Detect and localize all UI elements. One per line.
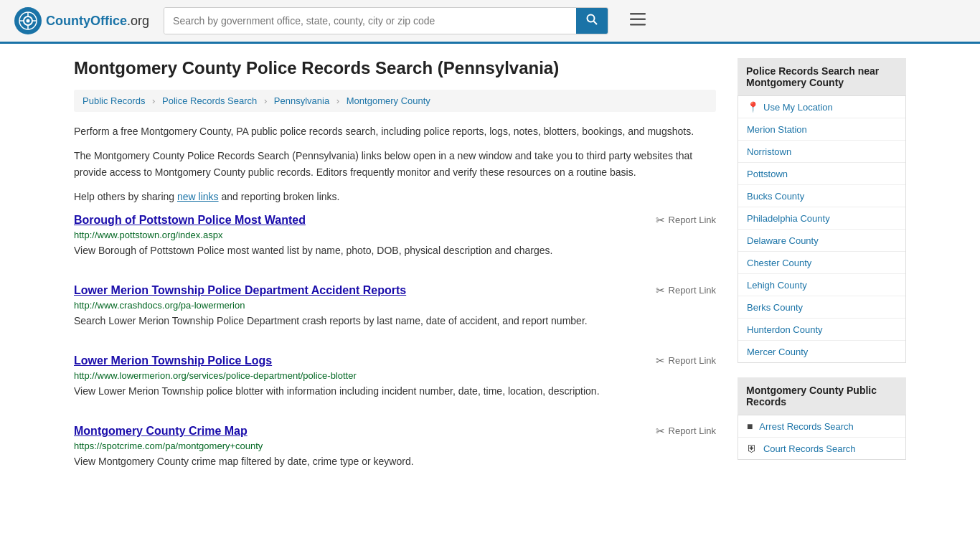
svg-line-8 (594, 22, 598, 25)
record-url: https://spotcrime.com/pa/montgomery+coun… (74, 441, 716, 451)
record-description: View Lower Merion Township police blotte… (74, 384, 716, 399)
svg-point-2 (27, 19, 30, 23)
report-icon: ✂ (656, 214, 665, 227)
new-links-link[interactable]: new links (177, 191, 219, 202)
record-url: http://www.lowermerion.org/services/poli… (74, 370, 716, 381)
record-description: Search Lower Merion Township Police Depa… (74, 314, 716, 329)
public-records-item[interactable]: ■ Arrest Records Search (738, 415, 905, 438)
hamburger-menu[interactable] (630, 11, 646, 30)
record-title-link[interactable]: Lower Merion Township Police Department … (74, 284, 406, 297)
search-button[interactable] (576, 8, 608, 34)
menu-icon (630, 13, 646, 26)
svg-rect-9 (630, 13, 646, 15)
site-header: CountyOffice.org (0, 0, 980, 44)
nearby-list: 📍 Use My Location Merion Station Norrist… (738, 96, 906, 363)
svg-rect-11 (630, 24, 646, 26)
nearby-list-item[interactable]: Delaware County (738, 230, 905, 252)
public-records-title: Montgomery County Public Records (738, 377, 906, 415)
record-item: Borough of Pottstown Police Most Wanted … (74, 214, 716, 265)
record-description: View Borough of Pottstown Police most wa… (74, 243, 716, 258)
court-icon: ⛨ (747, 443, 757, 454)
report-link-button[interactable]: ✂ Report Link (656, 214, 716, 227)
record-item: Lower Merion Township Police Logs ✂ Repo… (74, 354, 716, 406)
nearby-list-item[interactable]: Lehigh County (738, 274, 905, 296)
search-input[interactable] (164, 8, 576, 34)
breadcrumb-police-records-search[interactable]: Police Records Search (162, 95, 257, 106)
arrest-icon: ■ (747, 420, 753, 432)
logo-icon (14, 7, 42, 34)
sidebar: Police Records Search near Montgomery Co… (738, 58, 906, 495)
logo-text: CountyOffice.org (46, 14, 149, 29)
records-list: Borough of Pottstown Police Most Wanted … (74, 214, 716, 476)
report-icon: ✂ (656, 284, 665, 297)
description-para1: Perform a free Montgomery County, PA pub… (74, 123, 716, 139)
record-item: Lower Merion Township Police Department … (74, 284, 716, 336)
report-link-button[interactable]: ✂ Report Link (656, 284, 716, 297)
record-title-link[interactable]: Borough of Pottstown Police Most Wanted (74, 214, 306, 227)
breadcrumb-pennsylvania[interactable]: Pennsylvania (274, 95, 329, 106)
svg-rect-10 (630, 19, 646, 21)
nearby-title: Police Records Search near Montgomery Co… (738, 58, 906, 96)
record-url: http://www.crashdocs.org/pa-lowermerion (74, 300, 716, 311)
search-icon (586, 14, 598, 25)
search-bar (164, 7, 608, 34)
court-records-link[interactable]: Court Records Search (763, 443, 856, 454)
page-title: Montgomery County Police Records Search … (74, 58, 716, 78)
nearby-list-item[interactable]: Merion Station (738, 118, 905, 141)
record-description: View Montgomery County crime map filtere… (74, 454, 716, 469)
report-icon: ✂ (656, 354, 665, 367)
content-area: Montgomery County Police Records Search … (74, 58, 716, 495)
report-icon: ✂ (656, 425, 665, 438)
use-my-location-item[interactable]: 📍 Use My Location (738, 96, 905, 118)
record-title-link[interactable]: Lower Merion Township Police Logs (74, 354, 272, 367)
report-link-button[interactable]: ✂ Report Link (656, 354, 716, 367)
public-records-section: Montgomery County Public Records ■ Arres… (738, 377, 906, 460)
use-my-location-link[interactable]: Use My Location (763, 102, 833, 113)
description-para3: Help others by sharing new links and rep… (74, 189, 716, 204)
nearby-list-item[interactable]: Pottstown (738, 163, 905, 185)
nearby-list-item[interactable]: Hunterdon County (738, 319, 905, 341)
svg-point-7 (588, 15, 595, 22)
nearby-list-item[interactable]: Mercer County (738, 341, 905, 362)
report-link-button[interactable]: ✂ Report Link (656, 425, 716, 438)
breadcrumb: Public Records › Police Records Search ›… (74, 90, 716, 112)
nearby-list-item[interactable]: Philadelphia County (738, 207, 905, 230)
logo-link[interactable]: CountyOffice.org (14, 7, 149, 34)
breadcrumb-public-records[interactable]: Public Records (83, 95, 145, 106)
nearby-list-item[interactable]: Norristown (738, 141, 905, 163)
breadcrumb-montgomery-county[interactable]: Montgomery County (347, 95, 430, 106)
nearby-section: Police Records Search near Montgomery Co… (738, 58, 906, 363)
main-container: Montgomery County Police Records Search … (60, 44, 920, 509)
record-title-link[interactable]: Montgomery County Crime Map (74, 425, 248, 438)
record-item: Montgomery County Crime Map ✂ Report Lin… (74, 425, 716, 476)
public-records-item[interactable]: ⛨ Court Records Search (738, 438, 905, 459)
public-records-list: ■ Arrest Records Search ⛨ Court Records … (738, 415, 906, 460)
pin-icon: 📍 (747, 101, 759, 113)
arrest-records-link[interactable]: Arrest Records Search (759, 421, 854, 432)
nearby-list-item[interactable]: Chester County (738, 252, 905, 274)
description-para2: The Montgomery County Police Records Sea… (74, 148, 716, 180)
nearby-list-item[interactable]: Bucks County (738, 185, 905, 207)
nearby-list-item[interactable]: Berks County (738, 296, 905, 319)
record-url: http://www.pottstown.org/index.aspx (74, 230, 716, 240)
